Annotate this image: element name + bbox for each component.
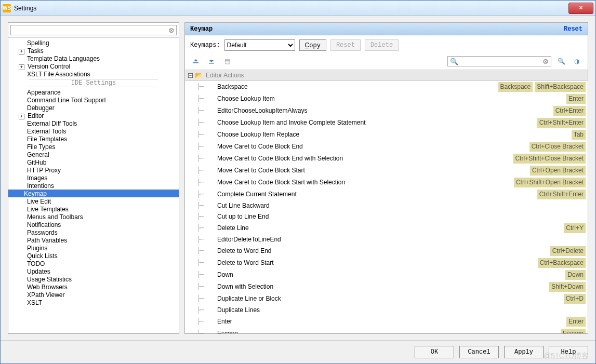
sidebar-item[interactable]: Command Line Tool Support [8,96,179,104]
tree-branch-icon: ├─ [187,95,217,103]
cancel-button[interactable]: Cancel [459,346,499,358]
sidebar-item[interactable]: Notifications [8,221,179,228]
tree-branch-icon: ├─ [187,190,217,199]
action-name: Down with Selection [217,282,547,291]
sidebar-item[interactable]: Quick Lists [8,252,179,260]
action-tree[interactable]: − 📂 Editor Actions ├─ BackspaceBackspace… [185,70,588,333]
ide-settings-header: IDE Settings [29,79,158,87]
action-row[interactable]: ├─ Choose Lookup Item and Invoke Complet… [185,117,588,129]
minus-expander-icon[interactable]: − [188,73,193,78]
action-name: Choose Lookup Item Replace [217,130,569,139]
sidebar-item[interactable]: Menus and Toolbars [8,213,179,221]
action-name: Move Caret to Code Block Start with Sele… [217,178,512,187]
sidebar-item[interactable]: +Tasks [8,47,179,55]
sidebar-item[interactable]: TODO [8,260,179,267]
shortcut-badge: Tab [572,130,586,140]
sidebar-item[interactable]: Debugger [8,104,179,112]
action-row[interactable]: ├─ Cut up to Line End [185,211,588,222]
action-name: Cut Line Backward [217,201,586,210]
action-name: Choose Lookup Item [217,95,564,103]
sidebar-item[interactable]: Intentions [8,182,179,190]
dialog-footer: OK Cancel Apply Help [1,340,595,363]
sidebar-search-clear-icon[interactable]: ⊗ [168,26,175,34]
tree-branch-icon: ├─ [187,106,217,115]
filter-clear-icon[interactable]: ⊗ [542,57,549,65]
sidebar-item[interactable]: XSLT [8,299,179,306]
sidebar-item[interactable]: General [8,151,179,158]
action-row[interactable]: ├─ EditorChooseLookupItemAlwaysCtrl+Ente… [185,105,588,117]
action-name: Escape [217,329,559,333]
sidebar-item[interactable]: Path Variables [8,236,179,244]
plus-expander-icon[interactable]: + [19,49,24,55]
action-row[interactable]: ├─ EscapeEscape [185,328,588,333]
sidebar-item[interactable]: Updates [8,267,179,275]
action-row[interactable]: ├─ Choose Lookup Item ReplaceTab [185,129,588,141]
sidebar-item[interactable]: XSLT File Associations [8,70,179,78]
plus-expander-icon[interactable]: + [19,64,24,70]
action-row[interactable]: ├─ Duplicate Line or BlockCtrl+D [185,293,588,305]
find-by-shortcut-icon[interactable]: 🔍 [555,56,567,66]
action-row[interactable]: ├─ EnterEnter [185,316,588,328]
action-row[interactable]: ├─ Move Caret to Code Block EndCtrl+Clos… [185,141,588,153]
sidebar-item[interactable]: Passwords [8,228,179,236]
sidebar-item[interactable]: External Tools [8,127,179,135]
sidebar-item[interactable]: Keymap [8,190,179,197]
action-row[interactable]: ├─ Down with SelectionShift+Down [185,281,588,293]
settings-tree[interactable]: Spelling+TasksTemplate Data Languages+Ve… [8,37,179,333]
shortcut-badge: Ctrl+Y [564,223,586,233]
action-row[interactable]: ├─ DownDown [185,269,588,281]
sidebar-item[interactable]: External Diff Tools [8,119,179,127]
sidebar-item[interactable]: File Templates [8,135,179,143]
tree-branch-icon: ├─ [187,271,217,279]
sidebar-item[interactable]: XPath Viewer [8,291,179,299]
action-row[interactable]: ├─ Delete LineCtrl+Y [185,222,588,234]
apply-button[interactable]: Apply [504,346,544,358]
panel-header: Keymap Reset [185,23,588,35]
panel-reset-link[interactable]: Reset [564,25,582,33]
close-button[interactable]: × [568,3,593,14]
action-name: Duplicate Line or Block [217,294,562,303]
expand-all-icon[interactable] [190,56,202,66]
keymaps-row: Keymaps: Default Copy Reset Delete [185,35,588,55]
action-row[interactable]: ├─ Choose Lookup ItemEnter [185,93,588,105]
sidebar-item[interactable]: Live Edit [8,197,179,205]
action-filter-input[interactable] [458,57,542,65]
sidebar-item[interactable]: Spelling [8,39,179,47]
action-row[interactable]: ├─ Move Caret to Code Block StartCtrl+Op… [185,165,588,177]
action-row[interactable]: ├─ EditorDeleteToLineEnd [185,234,588,245]
plus-expander-icon[interactable]: + [19,114,24,119]
keymaps-select[interactable]: Default [224,39,295,51]
keymap-copy-button[interactable]: Copy [299,39,326,51]
filter-box: 🔍 ⊗ [447,56,551,66]
tree-branch-icon: ├─ [187,235,217,244]
action-row[interactable]: ├─ Delete to Word StartCtrl+Backspace [185,257,588,269]
tree-branch-icon: ├─ [187,259,217,267]
action-row[interactable]: ├─ Cut Line Backward [185,200,588,211]
ok-button[interactable]: OK [415,346,454,358]
sidebar-item[interactable]: File Types [8,143,179,151]
action-row[interactable]: ├─ BackspaceBackspaceShift+Backspace [185,81,588,93]
sidebar-item[interactable]: Template Data Languages [8,55,179,62]
action-row[interactable]: ├─ Move Caret to Code Block Start with S… [185,177,588,188]
edit-shortcut-icon[interactable]: ▤ [221,56,233,66]
action-row[interactable]: ├─ Complete Current StatementCtrl+Shift+… [185,188,588,200]
action-row[interactable]: ├─ Delete to Word EndCtrl+Delete [185,245,588,257]
app-icon: WS [3,4,11,12]
sidebar-item[interactable]: GitHub [8,158,179,166]
editor-actions-group[interactable]: − 📂 Editor Actions [185,70,588,81]
titlebar[interactable]: WS Settings × [1,1,595,16]
sidebar-item[interactable]: +Editor [8,112,179,119]
filter-settings-icon[interactable]: ◑ [571,56,582,66]
sidebar-item[interactable]: Live Templates [8,205,179,213]
sidebar-item[interactable]: +Version Control [8,62,179,70]
sidebar-item[interactable]: HTTP Proxy [8,166,179,174]
sidebar-item[interactable]: Web Browsers [8,283,179,291]
sidebar-item[interactable]: Usage Statistics [8,275,179,283]
action-row[interactable]: ├─ Move Caret to Code Block End with Sel… [185,153,588,165]
sidebar-item[interactable]: Plugins [8,244,179,252]
action-row[interactable]: ├─ Duplicate Lines [185,305,588,316]
sidebar-item[interactable]: Images [8,174,179,182]
sidebar-search-input[interactable] [10,25,177,35]
sidebar-item[interactable]: Appearance [8,88,179,96]
collapse-all-icon[interactable] [206,56,217,66]
